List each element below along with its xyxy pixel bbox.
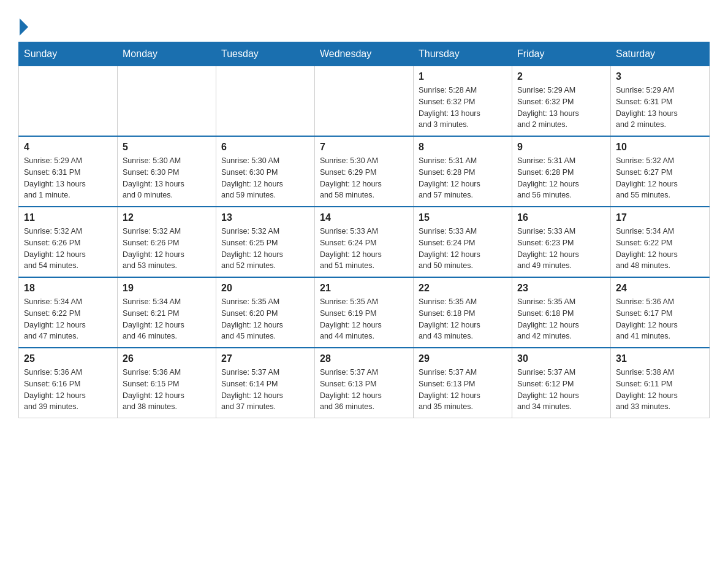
day-number: 3 <box>616 71 704 82</box>
calendar-week-row: 25Sunrise: 5:36 AM Sunset: 6:16 PM Dayli… <box>19 348 710 418</box>
calendar-table: SundayMondayTuesdayWednesdayThursdayFrid… <box>18 42 710 418</box>
calendar-cell: 20Sunrise: 5:35 AM Sunset: 6:20 PM Dayli… <box>216 277 315 348</box>
day-number: 5 <box>123 142 211 153</box>
calendar-week-row: 18Sunrise: 5:34 AM Sunset: 6:22 PM Dayli… <box>19 277 710 348</box>
day-info: Sunrise: 5:33 AM Sunset: 6:24 PM Dayligh… <box>320 226 408 272</box>
day-info: Sunrise: 5:37 AM Sunset: 6:13 PM Dayligh… <box>320 367 408 413</box>
day-number: 25 <box>24 353 112 364</box>
day-info: Sunrise: 5:35 AM Sunset: 6:18 PM Dayligh… <box>419 296 507 342</box>
calendar-cell: 10Sunrise: 5:32 AM Sunset: 6:27 PM Dayli… <box>611 136 710 207</box>
day-number: 16 <box>517 212 605 223</box>
day-info: Sunrise: 5:34 AM Sunset: 6:22 PM Dayligh… <box>616 226 704 272</box>
calendar-cell: 9Sunrise: 5:31 AM Sunset: 6:28 PM Daylig… <box>512 136 611 207</box>
calendar-cell: 5Sunrise: 5:30 AM Sunset: 6:30 PM Daylig… <box>118 136 216 207</box>
day-info: Sunrise: 5:36 AM Sunset: 6:17 PM Dayligh… <box>616 296 704 342</box>
day-info: Sunrise: 5:28 AM Sunset: 6:32 PM Dayligh… <box>419 85 507 131</box>
day-number: 19 <box>123 283 211 294</box>
day-number: 10 <box>616 142 704 153</box>
day-info: Sunrise: 5:30 AM Sunset: 6:30 PM Dayligh… <box>221 155 309 201</box>
day-number: 26 <box>123 353 211 364</box>
calendar-cell <box>118 66 216 137</box>
calendar-cell: 16Sunrise: 5:33 AM Sunset: 6:23 PM Dayli… <box>512 207 611 277</box>
day-info: Sunrise: 5:37 AM Sunset: 6:14 PM Dayligh… <box>221 367 309 413</box>
day-info: Sunrise: 5:38 AM Sunset: 6:11 PM Dayligh… <box>616 367 704 413</box>
calendar-cell: 17Sunrise: 5:34 AM Sunset: 6:22 PM Dayli… <box>611 207 710 277</box>
calendar-week-row: 1Sunrise: 5:28 AM Sunset: 6:32 PM Daylig… <box>19 66 710 137</box>
calendar-cell: 8Sunrise: 5:31 AM Sunset: 6:28 PM Daylig… <box>414 136 512 207</box>
day-info: Sunrise: 5:32 AM Sunset: 6:26 PM Dayligh… <box>123 226 211 272</box>
weekday-header-wednesday: Wednesday <box>315 42 414 66</box>
day-number: 24 <box>616 283 704 294</box>
day-info: Sunrise: 5:37 AM Sunset: 6:12 PM Dayligh… <box>517 367 605 413</box>
calendar-cell: 7Sunrise: 5:30 AM Sunset: 6:29 PM Daylig… <box>315 136 414 207</box>
day-number: 7 <box>320 142 408 153</box>
day-number: 11 <box>24 212 112 223</box>
day-number: 30 <box>517 353 605 364</box>
calendar-cell: 30Sunrise: 5:37 AM Sunset: 6:12 PM Dayli… <box>512 348 611 418</box>
day-info: Sunrise: 5:31 AM Sunset: 6:28 PM Dayligh… <box>517 155 605 201</box>
day-number: 8 <box>419 142 507 153</box>
calendar-cell: 25Sunrise: 5:36 AM Sunset: 6:16 PM Dayli… <box>19 348 118 418</box>
day-info: Sunrise: 5:33 AM Sunset: 6:23 PM Dayligh… <box>517 226 605 272</box>
day-info: Sunrise: 5:32 AM Sunset: 6:26 PM Dayligh… <box>24 226 112 272</box>
weekday-header-sunday: Sunday <box>19 42 118 66</box>
calendar-cell: 29Sunrise: 5:37 AM Sunset: 6:13 PM Dayli… <box>414 348 512 418</box>
day-number: 21 <box>320 283 408 294</box>
day-info: Sunrise: 5:29 AM Sunset: 6:32 PM Dayligh… <box>517 85 605 131</box>
calendar-cell: 11Sunrise: 5:32 AM Sunset: 6:26 PM Dayli… <box>19 207 118 277</box>
calendar-week-row: 11Sunrise: 5:32 AM Sunset: 6:26 PM Dayli… <box>19 207 710 277</box>
weekday-header-thursday: Thursday <box>414 42 512 66</box>
day-number: 1 <box>419 71 507 82</box>
day-info: Sunrise: 5:34 AM Sunset: 6:21 PM Dayligh… <box>123 296 211 342</box>
day-number: 23 <box>517 283 605 294</box>
day-info: Sunrise: 5:36 AM Sunset: 6:16 PM Dayligh… <box>24 367 112 413</box>
day-info: Sunrise: 5:35 AM Sunset: 6:20 PM Dayligh… <box>221 296 309 342</box>
calendar-cell: 23Sunrise: 5:35 AM Sunset: 6:18 PM Dayli… <box>512 277 611 348</box>
day-info: Sunrise: 5:32 AM Sunset: 6:25 PM Dayligh… <box>221 226 309 272</box>
calendar-cell: 13Sunrise: 5:32 AM Sunset: 6:25 PM Dayli… <box>216 207 315 277</box>
day-info: Sunrise: 5:30 AM Sunset: 6:29 PM Dayligh… <box>320 155 408 201</box>
calendar-cell: 3Sunrise: 5:29 AM Sunset: 6:31 PM Daylig… <box>611 66 710 137</box>
calendar-cell: 22Sunrise: 5:35 AM Sunset: 6:18 PM Dayli… <box>414 277 512 348</box>
logo-triangle-icon <box>20 18 28 36</box>
calendar-cell <box>216 66 315 137</box>
weekday-header-saturday: Saturday <box>611 42 710 66</box>
day-number: 15 <box>419 212 507 223</box>
calendar-cell: 24Sunrise: 5:36 AM Sunset: 6:17 PM Dayli… <box>611 277 710 348</box>
calendar-cell: 15Sunrise: 5:33 AM Sunset: 6:24 PM Dayli… <box>414 207 512 277</box>
calendar-cell: 28Sunrise: 5:37 AM Sunset: 6:13 PM Dayli… <box>315 348 414 418</box>
calendar-cell: 12Sunrise: 5:32 AM Sunset: 6:26 PM Dayli… <box>118 207 216 277</box>
day-number: 14 <box>320 212 408 223</box>
day-info: Sunrise: 5:30 AM Sunset: 6:30 PM Dayligh… <box>123 155 211 201</box>
day-number: 6 <box>221 142 309 153</box>
calendar-cell: 21Sunrise: 5:35 AM Sunset: 6:19 PM Dayli… <box>315 277 414 348</box>
day-number: 17 <box>616 212 704 223</box>
calendar-cell: 18Sunrise: 5:34 AM Sunset: 6:22 PM Dayli… <box>19 277 118 348</box>
calendar-cell: 6Sunrise: 5:30 AM Sunset: 6:30 PM Daylig… <box>216 136 315 207</box>
day-number: 9 <box>517 142 605 153</box>
calendar-cell: 4Sunrise: 5:29 AM Sunset: 6:31 PM Daylig… <box>19 136 118 207</box>
page-header <box>18 12 710 36</box>
day-info: Sunrise: 5:36 AM Sunset: 6:15 PM Dayligh… <box>123 367 211 413</box>
day-number: 29 <box>419 353 507 364</box>
calendar-cell: 31Sunrise: 5:38 AM Sunset: 6:11 PM Dayli… <box>611 348 710 418</box>
calendar-cell: 2Sunrise: 5:29 AM Sunset: 6:32 PM Daylig… <box>512 66 611 137</box>
day-number: 27 <box>221 353 309 364</box>
weekday-header-tuesday: Tuesday <box>216 42 315 66</box>
day-number: 22 <box>419 283 507 294</box>
weekday-header-friday: Friday <box>512 42 611 66</box>
day-number: 20 <box>221 283 309 294</box>
day-info: Sunrise: 5:29 AM Sunset: 6:31 PM Dayligh… <box>24 155 112 201</box>
calendar-week-row: 4Sunrise: 5:29 AM Sunset: 6:31 PM Daylig… <box>19 136 710 207</box>
calendar-cell: 27Sunrise: 5:37 AM Sunset: 6:14 PM Dayli… <box>216 348 315 418</box>
calendar-cell: 26Sunrise: 5:36 AM Sunset: 6:15 PM Dayli… <box>118 348 216 418</box>
day-info: Sunrise: 5:32 AM Sunset: 6:27 PM Dayligh… <box>616 155 704 201</box>
day-number: 28 <box>320 353 408 364</box>
day-number: 31 <box>616 353 704 364</box>
day-number: 12 <box>123 212 211 223</box>
day-info: Sunrise: 5:31 AM Sunset: 6:28 PM Dayligh… <box>419 155 507 201</box>
day-number: 4 <box>24 142 112 153</box>
day-number: 13 <box>221 212 309 223</box>
logo <box>18 18 28 36</box>
calendar-cell: 1Sunrise: 5:28 AM Sunset: 6:32 PM Daylig… <box>414 66 512 137</box>
